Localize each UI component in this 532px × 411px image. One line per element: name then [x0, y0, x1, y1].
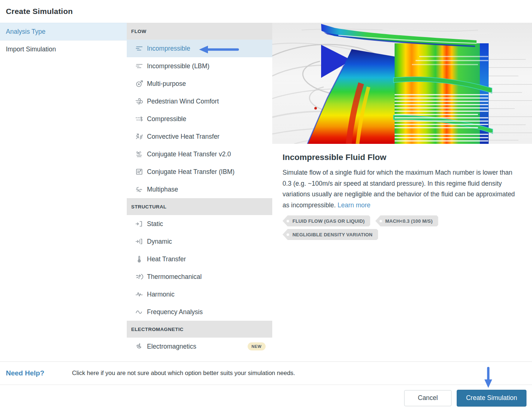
analysis-type-item-label: Dynamic	[147, 238, 266, 245]
analysis-type-item-thermomechanical[interactable]: Thermomechanical	[127, 268, 272, 285]
analysis-type-item-label: Multiphase	[147, 186, 266, 193]
analysis-type-item-label: Harmonic	[147, 291, 266, 298]
hero-image	[272, 23, 532, 144]
multiphase-icon	[135, 185, 144, 194]
static-icon	[135, 219, 144, 228]
dialog-title: Create Simulation	[6, 7, 73, 16]
capability-tag: FLUID FLOW (GAS OR LIQUID)	[283, 215, 370, 226]
dynamic-icon	[135, 237, 144, 246]
analysis-type-item-label: Electromagnetics	[147, 343, 248, 350]
cfd-blade-illustration	[272, 23, 532, 144]
new-badge: NEW	[248, 342, 266, 350]
need-help-bar[interactable]: Need Help? Click here if you are not sur…	[0, 361, 532, 384]
analysis-type-item-harmonic[interactable]: Harmonic	[127, 285, 272, 303]
sidebar: Analysis TypeImport Simulation	[0, 23, 127, 361]
electromagnetics-icon	[135, 342, 144, 351]
analysis-type-item-label: Heat Transfer	[147, 255, 266, 263]
analysis-type-item-frequency-analysis[interactable]: Frequency Analysis	[127, 303, 272, 321]
harmonic-icon	[135, 290, 144, 299]
compressible-icon	[135, 114, 144, 123]
analysis-type-item-label: Incompressible (LBM)	[147, 62, 266, 70]
pedestrian-wind-comfort-icon	[135, 97, 144, 106]
analysis-type-item-label: Convective Heat Transfer	[147, 133, 266, 141]
analysis-type-item-incompressible-lbm-[interactable]: Incompressible (LBM)	[127, 57, 272, 75]
thermomechanical-icon	[135, 272, 144, 281]
dialog-footer: Cancel Create Simulation	[0, 385, 532, 411]
analysis-type-item-label: Compressible	[147, 115, 266, 123]
frequency-analysis-icon	[135, 308, 144, 316]
capability-tag: MACH<0.3 (100 M/S)	[375, 215, 438, 226]
analysis-type-item-multi-purpose[interactable]: Multi-purpose	[127, 75, 272, 92]
analysis-type-item-label: Static	[147, 220, 266, 228]
analysis-type-item-electromagnetics[interactable]: ElectromagneticsNEW	[127, 338, 272, 355]
heat-transfer-icon	[135, 255, 144, 263]
analysis-type-item-label: Conjugate Heat Transfer (IBM)	[147, 168, 266, 176]
sidebar-item-analysis-type[interactable]: Analysis Type	[0, 23, 127, 40]
analysis-type-item-conjugate-heat-transfer-ibm-[interactable]: Conjugate Heat Transfer (IBM)	[127, 163, 272, 181]
detail-content: Incompressible Fluid Flow Simulate flow …	[272, 144, 532, 240]
capability-tag: NEGLIGIBLE DENSITY VARIATION	[283, 229, 378, 240]
menu-section-header-structural: STRUCTURAL	[127, 198, 272, 215]
analysis-type-item-compressible[interactable]: Compressible	[127, 110, 272, 128]
detail-panel: Incompressible Fluid Flow Simulate flow …	[272, 23, 532, 361]
analysis-type-item-label: Incompressible	[147, 45, 266, 52]
dialog-body: Analysis TypeImport Simulation FLOWIncom…	[0, 23, 532, 361]
need-help-text: Click here if you are not sure about whi…	[72, 370, 295, 377]
dialog-title-bar: Create Simulation	[0, 0, 532, 23]
learn-more-link[interactable]: Learn more	[338, 201, 371, 209]
analysis-type-item-label: Multi-purpose	[147, 80, 266, 88]
sidebar-item-import-simulation[interactable]: Import Simulation	[0, 40, 127, 58]
analysis-type-item-static[interactable]: Static	[127, 215, 272, 233]
multi-purpose-icon	[135, 79, 144, 88]
analysis-type-item-dynamic[interactable]: Dynamic	[127, 233, 272, 250]
analysis-type-item-multiphase[interactable]: Multiphase	[127, 181, 272, 198]
analysis-description: Simulate flow of a single fluid for whic…	[283, 167, 521, 211]
cancel-button[interactable]: Cancel	[404, 390, 452, 406]
need-help-title[interactable]: Need Help?	[6, 369, 72, 377]
incompressible-icon	[135, 44, 144, 53]
analysis-description-text: Simulate flow of a single fluid for whic…	[283, 169, 515, 209]
menu-section-header-flow: FLOW	[127, 23, 272, 40]
convective-heat-transfer-icon	[135, 132, 144, 141]
conjugate-heat-transfer-v2-icon	[135, 150, 144, 159]
analysis-type-item-convective-heat-transfer[interactable]: Convective Heat Transfer	[127, 128, 272, 145]
analysis-type-item-conjugate-heat-transfer-v2-0[interactable]: Conjugate Heat Transfer v2.0	[127, 145, 272, 163]
incompressible-lbm-icon	[135, 62, 144, 70]
create-simulation-dialog: Create Simulation Analysis TypeImport Si…	[0, 0, 532, 411]
capability-tags: FLUID FLOW (GAS OR LIQUID)MACH<0.3 (100 …	[283, 215, 521, 240]
analysis-detail-title: Incompressible Fluid Flow	[283, 153, 522, 162]
analysis-type-menu: FLOWIncompressibleIncompressible (LBM)Mu…	[127, 23, 272, 361]
menu-section-header-electromagnetic: ELECTROMAGNETIC	[127, 321, 272, 338]
analysis-type-item-label: Conjugate Heat Transfer v2.0	[147, 150, 266, 158]
create-simulation-button[interactable]: Create Simulation	[457, 390, 526, 407]
analysis-type-item-label: Thermomechanical	[147, 273, 266, 281]
conjugate-heat-transfer-ibm-icon	[135, 167, 144, 176]
analysis-type-item-incompressible[interactable]: Incompressible	[127, 40, 272, 57]
analysis-type-item-heat-transfer[interactable]: Heat Transfer	[127, 250, 272, 268]
analysis-type-item-pedestrian-wind-comfort[interactable]: Pedestrian Wind Comfort	[127, 92, 272, 110]
analysis-type-item-label: Frequency Analysis	[147, 308, 266, 316]
analysis-type-item-label: Pedestrian Wind Comfort	[147, 98, 266, 105]
